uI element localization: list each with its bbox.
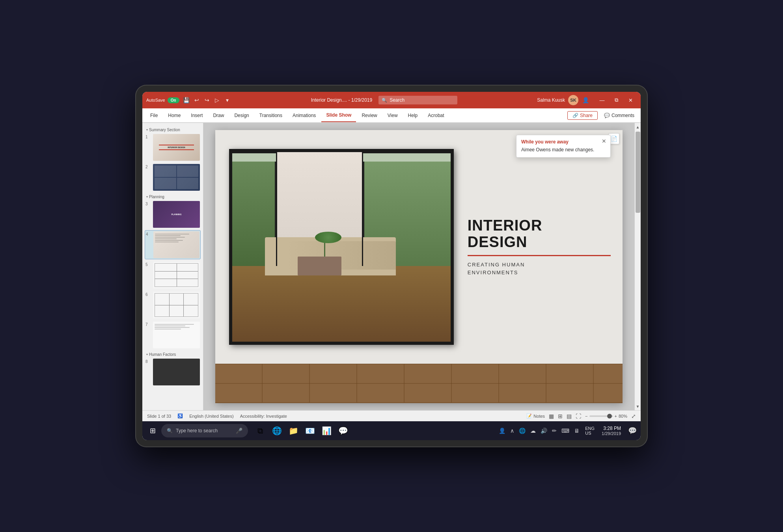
slide-thumbnail-1: INTERIOR DESIGN — [153, 134, 200, 161]
close-button[interactable]: ✕ — [624, 95, 637, 106]
search-box[interactable]: 🔍 Search — [378, 96, 457, 104]
taskbar-explorer[interactable]: 📁 — [286, 423, 301, 439]
taskbar-search-icon: 🔍 — [167, 428, 173, 433]
microphone-icon[interactable]: 🎤 — [236, 428, 242, 434]
undo-icon[interactable]: ↩ — [193, 96, 201, 104]
share-button[interactable]: 🔗 Share — [567, 111, 598, 120]
taskbar-search-text: Type here to search — [176, 428, 218, 433]
scroll-thumb[interactable] — [636, 132, 640, 213]
slide-item[interactable]: 3 PLANNING — [145, 200, 201, 229]
notification-header: While you were away — [516, 135, 610, 147]
notification-close-button[interactable]: ✕ — [602, 138, 606, 144]
vertical-scrollbar[interactable]: ▲ ▼ — [634, 123, 641, 410]
presenter-view-icon[interactable]: ⛶ — [576, 413, 581, 419]
scroll-track[interactable] — [636, 132, 640, 402]
person-icon[interactable]: 👤 — [497, 426, 507, 435]
scroll-up-arrow[interactable]: ▲ — [635, 123, 641, 131]
windows-taskbar: ⊞ 🔍 Type here to search 🎤 ⧉ 🌐 📁 📧 📊 💬 👤 … — [142, 421, 641, 440]
tab-transitions[interactable]: Transitions — [255, 108, 287, 122]
more-icon[interactable]: ▾ — [224, 96, 231, 104]
taskbar-teams[interactable]: 💬 — [336, 423, 350, 439]
taskbar-search-box[interactable]: 🔍 Type here to search 🎤 — [161, 424, 248, 437]
locale-lang: ENG — [585, 426, 595, 431]
autosave-toggle[interactable]: On — [168, 97, 179, 103]
tab-view[interactable]: View — [383, 108, 403, 122]
taskbar-taskview[interactable]: ⧉ — [253, 423, 268, 439]
section-label-human: ▾ Human Factors — [145, 351, 201, 358]
tab-home[interactable]: Home — [163, 108, 185, 122]
slide-content: INTERIOR DESIGN CREATING HUMAN ENVIRONME… — [215, 130, 623, 403]
tab-insert[interactable]: Insert — [186, 108, 207, 122]
monitor-icon[interactable]: 🖥 — [572, 426, 581, 435]
taskbar-outlook[interactable]: 📧 — [302, 423, 317, 439]
clock-time: 3:28 PM — [602, 426, 621, 431]
onedrive-icon[interactable]: ☁ — [529, 426, 537, 435]
zoom-in-icon[interactable]: + — [615, 414, 617, 419]
audio-icon[interactable]: 🔊 — [539, 426, 549, 435]
pen-icon[interactable]: ✏ — [550, 426, 558, 435]
current-slide: INTERIOR DESIGN CREATING HUMAN ENVIRONME… — [215, 130, 623, 403]
slide-lower-floor — [215, 364, 623, 403]
taskbar-clock[interactable]: 3:28 PM 1/29/2019 — [598, 426, 624, 436]
slide-item[interactable]: 5 — [145, 261, 201, 289]
system-tray-expand[interactable]: ∧ — [509, 426, 516, 435]
main-area: ▾ Summary Section 1 INTERIOR DESIGN — [142, 123, 641, 410]
zoom-thumb[interactable] — [607, 414, 612, 419]
reading-view-icon[interactable]: ▤ — [567, 413, 572, 419]
fit-slide-icon[interactable]: ⤢ — [631, 413, 636, 419]
save-icon[interactable]: 💾 — [183, 96, 190, 104]
slide-panel: ▾ Summary Section 1 INTERIOR DESIGN — [142, 123, 203, 410]
slide-thumbnail-4 — [153, 231, 199, 258]
tab-design[interactable]: Design — [229, 108, 254, 122]
zoom-level: 80% — [619, 414, 627, 419]
scroll-down-arrow[interactable]: ▼ — [635, 402, 641, 410]
slide-red-divider — [468, 255, 611, 256]
ribbon-tabs: File Home Insert Draw Design Transitions… — [142, 108, 641, 123]
tab-draw[interactable]: Draw — [208, 108, 229, 122]
tab-help[interactable]: Help — [403, 108, 423, 122]
title-center: Interior Design.... - 1/29/2019 🔍 Search — [235, 96, 534, 104]
notification-popup: While you were away ✕ Aimee Owens made n… — [516, 135, 611, 158]
ribbon: File Home Insert Draw Design Transitions… — [142, 108, 641, 123]
slide-item[interactable]: 8 — [145, 358, 201, 386]
slide-item[interactable]: 2 — [145, 163, 201, 192]
present-icon[interactable]: ▷ — [213, 96, 221, 104]
slide-text-area: INTERIOR DESIGN CREATING HUMAN ENVIRONME… — [460, 130, 623, 364]
notification-icon[interactable]: 💬 — [626, 425, 638, 437]
zoom-slider[interactable] — [589, 415, 613, 417]
tab-slideshow[interactable]: Slide Show — [321, 108, 356, 122]
taskbar-edge[interactable]: 🌐 — [269, 423, 284, 439]
slide-main-title: INTERIOR DESIGN — [468, 218, 611, 251]
quick-access-toolbar: 💾 ↩ ↪ ▷ ▾ — [183, 96, 231, 104]
minimize-button[interactable]: — — [596, 95, 608, 106]
status-bar: Slide 1 of 33 ♿ English (United States) … — [142, 410, 641, 421]
slide-item-active[interactable]: 4 — [145, 230, 201, 259]
account-icon[interactable]: 👤 — [582, 96, 589, 104]
comments-button[interactable]: 💬 Comments — [601, 112, 638, 119]
network-icon[interactable]: 🌐 — [517, 426, 527, 435]
redo-icon[interactable]: ↪ — [203, 96, 211, 104]
normal-view-icon[interactable]: ▦ — [549, 413, 554, 419]
start-button[interactable]: ⊞ — [145, 423, 160, 439]
taskbar-right-area: 👤 ∧ 🌐 ☁ 🔊 ✏ ⌨ 🖥 ENG US 3:28 PM 1/29/2019 — [497, 425, 638, 437]
slide-item[interactable]: 7 — [145, 321, 201, 349]
tab-acrobat[interactable]: Acrobat — [423, 108, 449, 122]
slide-sorter-icon[interactable]: ⊞ — [558, 413, 563, 419]
accessibility-icon[interactable]: ♿ — [177, 413, 183, 419]
notes-button[interactable]: 📝 Notes — [526, 413, 545, 419]
file-title: Interior Design.... - 1/29/2019 — [311, 97, 372, 103]
restore-button[interactable]: ⧉ — [610, 95, 623, 106]
slide-item[interactable]: 6 — [145, 291, 201, 319]
slide-thumbnail-7 — [153, 322, 200, 348]
slide-item[interactable]: 1 INTERIOR DESIGN — [145, 133, 201, 162]
tablet-screen: AutoSave On 💾 ↩ ↪ ▷ ▾ Interior Design...… — [142, 92, 641, 440]
taskbar-apps: ⧉ 🌐 📁 📧 📊 💬 — [253, 423, 350, 439]
slide-thumbnail-8 — [153, 359, 200, 385]
tab-file[interactable]: File — [145, 108, 162, 122]
taskbar-powerpoint[interactable]: 📊 — [319, 423, 334, 439]
zoom-out-icon[interactable]: − — [585, 414, 587, 419]
tab-animations[interactable]: Animations — [288, 108, 321, 122]
tab-review[interactable]: Review — [357, 108, 382, 122]
keyboard-icon[interactable]: ⌨ — [560, 426, 571, 435]
accessibility-info[interactable]: Accessibility: Investigate — [240, 414, 287, 419]
